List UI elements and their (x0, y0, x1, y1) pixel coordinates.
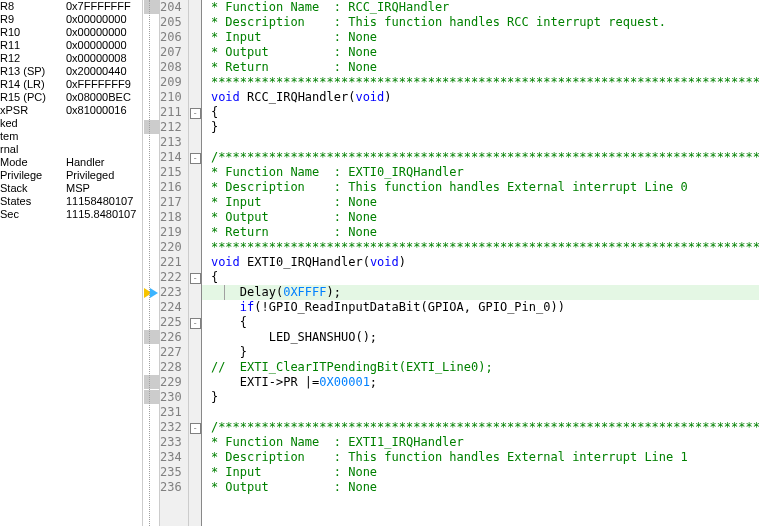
code-line[interactable]: } (202, 120, 759, 135)
register-row[interactable]: PrivilegePrivileged (0, 169, 142, 182)
glyph-cell[interactable] (143, 270, 159, 285)
glyph-cell[interactable] (143, 0, 159, 15)
code-line[interactable]: /***************************************… (202, 420, 759, 435)
fold-cell[interactable] (189, 180, 201, 195)
code-line[interactable]: * Description : This function handles Ex… (202, 180, 759, 195)
code-line[interactable]: void RCC_IRQHandler(void) (202, 90, 759, 105)
glyph-cell[interactable] (143, 450, 159, 465)
fold-cell[interactable] (189, 360, 201, 375)
line-number[interactable]: 206 (160, 30, 188, 45)
breakpoint-marker-icon[interactable] (144, 120, 159, 134)
line-number[interactable]: 229 (160, 375, 188, 390)
register-row[interactable]: ModeHandler (0, 156, 142, 169)
code-line[interactable]: * Function Name : EXTI1_IRQHandler (202, 435, 759, 450)
code-line[interactable]: { (202, 105, 759, 120)
glyph-cell[interactable] (143, 255, 159, 270)
glyph-cell[interactable] (143, 420, 159, 435)
glyph-cell[interactable] (143, 195, 159, 210)
code-line[interactable]: } (202, 390, 759, 405)
glyph-cell[interactable] (143, 60, 159, 75)
fold-cell[interactable] (189, 0, 201, 15)
code-line[interactable]: * Output : None (202, 45, 759, 60)
line-number[interactable]: 215 (160, 165, 188, 180)
fold-cell[interactable] (189, 345, 201, 360)
code-line[interactable]: // EXTI_ClearITPendingBit(EXTI_Line0); (202, 360, 759, 375)
line-number[interactable]: 210 (160, 90, 188, 105)
glyph-cell[interactable] (143, 105, 159, 120)
glyph-cell[interactable] (143, 30, 159, 45)
code-line[interactable]: /***************************************… (202, 150, 759, 165)
fold-cell[interactable] (189, 120, 201, 135)
code-line[interactable]: * Description : This function handles RC… (202, 15, 759, 30)
line-number[interactable]: 232 (160, 420, 188, 435)
fold-cell[interactable]: - (189, 420, 201, 435)
line-number[interactable]: 234 (160, 450, 188, 465)
glyph-cell[interactable] (143, 360, 159, 375)
glyph-cell[interactable] (143, 390, 159, 405)
register-row[interactable]: Sec1115.8480107 (0, 208, 142, 221)
glyph-cell[interactable] (143, 240, 159, 255)
code-line[interactable]: * Output : None (202, 480, 759, 495)
fold-cell[interactable] (189, 135, 201, 150)
code-area[interactable]: * Function Name : RCC_IRQHandler * Descr… (202, 0, 759, 526)
code-line[interactable]: * Input : None (202, 195, 759, 210)
fold-cell[interactable] (189, 390, 201, 405)
register-row[interactable]: rnal (0, 143, 142, 156)
fold-cell[interactable] (189, 165, 201, 180)
register-row[interactable]: xPSR0x81000016 (0, 104, 142, 117)
line-number[interactable]: 224 (160, 300, 188, 315)
line-number[interactable]: 223 (160, 285, 188, 300)
glyph-cell[interactable] (143, 330, 159, 345)
glyph-cell[interactable] (143, 120, 159, 135)
register-row[interactable]: R80x7FFFFFFF (0, 0, 142, 13)
fold-cell[interactable] (189, 300, 201, 315)
line-number[interactable]: 214 (160, 150, 188, 165)
line-number[interactable]: 217 (160, 195, 188, 210)
register-row[interactable]: StackMSP (0, 182, 142, 195)
glyph-cell[interactable] (143, 375, 159, 390)
code-line[interactable]: ****************************************… (202, 75, 759, 90)
line-number[interactable]: 235 (160, 465, 188, 480)
register-row[interactable]: R14 (LR)0xFFFFFFF9 (0, 78, 142, 91)
code-line[interactable]: Delay(0XFFFF); (202, 285, 759, 300)
register-row[interactable]: ked (0, 117, 142, 130)
code-line[interactable]: * Return : None (202, 60, 759, 75)
line-number[interactable]: 230 (160, 390, 188, 405)
fold-cell[interactable] (189, 255, 201, 270)
code-line[interactable]: ****************************************… (202, 240, 759, 255)
fold-cell[interactable] (189, 435, 201, 450)
line-number[interactable]: 211 (160, 105, 188, 120)
fold-cell[interactable] (189, 405, 201, 420)
line-number[interactable]: 221 (160, 255, 188, 270)
fold-cell[interactable] (189, 90, 201, 105)
register-row[interactable]: R90x00000000 (0, 13, 142, 26)
glyph-cell[interactable] (143, 435, 159, 450)
code-line[interactable]: void EXTI0_IRQHandler(void) (202, 255, 759, 270)
glyph-cell[interactable] (143, 405, 159, 420)
glyph-cell[interactable] (143, 210, 159, 225)
glyph-cell[interactable] (143, 300, 159, 315)
line-number[interactable]: 227 (160, 345, 188, 360)
fold-cell[interactable] (189, 60, 201, 75)
line-number[interactable]: 213 (160, 135, 188, 150)
fold-cell[interactable] (189, 45, 201, 60)
fold-cell[interactable] (189, 375, 201, 390)
code-line[interactable]: * Function Name : EXTI0_IRQHandler (202, 165, 759, 180)
fold-cell[interactable] (189, 240, 201, 255)
line-number[interactable]: 209 (160, 75, 188, 90)
register-row[interactable]: R110x00000000 (0, 39, 142, 52)
glyph-cell[interactable] (143, 75, 159, 90)
glyph-cell[interactable] (143, 45, 159, 60)
fold-cell[interactable] (189, 450, 201, 465)
fold-cell[interactable] (189, 195, 201, 210)
fold-cell[interactable] (189, 210, 201, 225)
line-number[interactable]: 212 (160, 120, 188, 135)
line-number[interactable]: 218 (160, 210, 188, 225)
register-row[interactable]: R13 (SP)0x20000440 (0, 65, 142, 78)
code-line[interactable]: * Function Name : RCC_IRQHandler (202, 0, 759, 15)
glyph-cell[interactable] (143, 345, 159, 360)
code-line[interactable] (202, 135, 759, 150)
code-line[interactable]: if(!GPIO_ReadInputDataBit(GPIOA, GPIO_Pi… (202, 300, 759, 315)
line-number[interactable]: 219 (160, 225, 188, 240)
glyph-cell[interactable] (143, 90, 159, 105)
